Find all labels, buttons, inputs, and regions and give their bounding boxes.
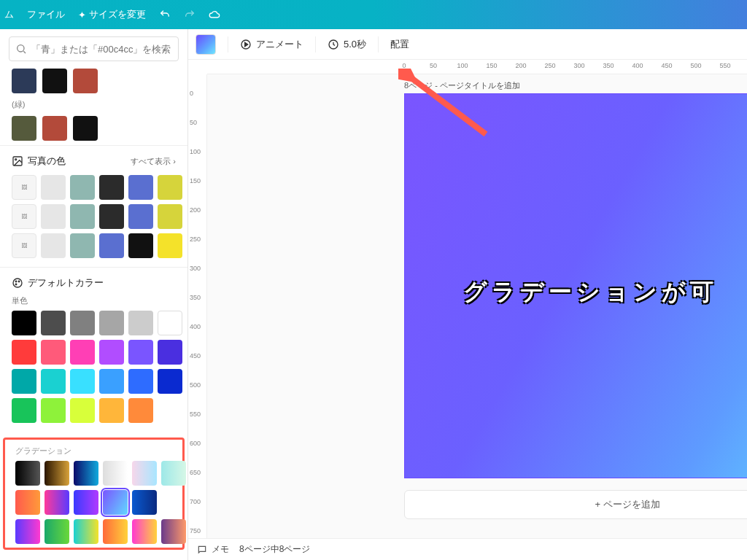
gradient-swatch[interactable] bbox=[15, 519, 40, 544]
current-color-swatch[interactable] bbox=[196, 34, 216, 55]
color-swatch[interactable] bbox=[41, 311, 66, 335]
magic-icon: ✦ bbox=[78, 9, 86, 20]
svg-point-3 bbox=[13, 279, 22, 287]
gradient-swatch[interactable] bbox=[103, 519, 128, 544]
color-swatch[interactable] bbox=[128, 340, 153, 365]
show-all-link[interactable]: すべて表示 › bbox=[131, 156, 176, 167]
color-swatch[interactable] bbox=[70, 233, 95, 258]
page-title[interactable]: 8ページ - ページタイトルを追加 bbox=[404, 80, 520, 91]
gradient-grid bbox=[15, 461, 177, 544]
animate-button[interactable]: アニメート bbox=[240, 38, 303, 51]
color-swatch[interactable] bbox=[70, 204, 95, 229]
gradient-swatch[interactable] bbox=[15, 490, 40, 515]
color-swatch[interactable] bbox=[73, 69, 98, 93]
canvas-text[interactable]: グラデーションが可 bbox=[463, 276, 718, 308]
gradient-swatch[interactable] bbox=[74, 490, 98, 515]
color-swatch[interactable] bbox=[99, 311, 124, 335]
svg-point-2 bbox=[15, 159, 17, 160]
color-swatch[interactable] bbox=[41, 204, 66, 229]
color-swatch[interactable]: 🖼 bbox=[12, 204, 36, 229]
gradient-swatch[interactable] bbox=[103, 461, 128, 486]
color-swatch[interactable] bbox=[158, 311, 182, 335]
redo-button[interactable] bbox=[184, 9, 196, 20]
resize-button[interactable]: ✦サイズを変更 bbox=[78, 8, 146, 21]
gradient-swatch[interactable] bbox=[44, 461, 69, 486]
color-swatch[interactable] bbox=[128, 175, 153, 200]
gradient-swatch[interactable] bbox=[74, 461, 98, 486]
color-swatch[interactable] bbox=[99, 398, 124, 423]
search-input[interactable] bbox=[31, 44, 172, 55]
color-swatch[interactable] bbox=[128, 398, 153, 423]
color-swatch[interactable] bbox=[128, 204, 153, 229]
color-swatch[interactable] bbox=[99, 175, 124, 200]
color-swatch[interactable] bbox=[158, 233, 182, 258]
color-swatch[interactable] bbox=[70, 369, 95, 394]
animate-icon bbox=[240, 39, 252, 50]
color-swatch[interactable] bbox=[99, 340, 124, 365]
duration-button[interactable]: 5.0秒 bbox=[328, 38, 366, 51]
gradient-swatch[interactable] bbox=[132, 519, 157, 544]
gradient-swatch[interactable] bbox=[132, 490, 157, 515]
color-swatch[interactable] bbox=[128, 233, 153, 258]
context-toolbar: アニメート 5.0秒 配置 bbox=[188, 29, 747, 60]
gradient-swatch[interactable] bbox=[15, 461, 40, 486]
color-swatch[interactable] bbox=[12, 340, 36, 365]
main-area: アニメート 5.0秒 配置 05010015020025030035040045… bbox=[188, 29, 747, 560]
gradient-swatch[interactable] bbox=[103, 490, 128, 515]
default-color-grid bbox=[0, 308, 187, 426]
recent-label: (緑) bbox=[0, 98, 187, 112]
color-search[interactable] bbox=[9, 36, 179, 61]
color-swatch[interactable] bbox=[99, 369, 124, 394]
color-swatch[interactable] bbox=[158, 369, 182, 394]
color-swatch[interactable] bbox=[12, 369, 36, 394]
color-swatch[interactable] bbox=[158, 204, 182, 229]
color-swatch[interactable] bbox=[99, 233, 124, 258]
gradient-swatch[interactable] bbox=[161, 461, 186, 486]
ruler-vertical: 0501001502002503003504004505005506006507… bbox=[188, 74, 207, 538]
color-swatch[interactable] bbox=[41, 175, 66, 200]
color-swatch[interactable] bbox=[12, 311, 36, 335]
color-swatch[interactable] bbox=[70, 175, 95, 200]
canvas-area[interactable]: 8ページ - ページタイトルを追加 グラデーションが可 + ページを追加 bbox=[207, 74, 747, 538]
file-menu[interactable]: ファイル bbox=[27, 8, 65, 21]
color-swatch[interactable] bbox=[128, 311, 153, 335]
color-swatch[interactable] bbox=[41, 369, 66, 394]
undo-button[interactable] bbox=[159, 9, 171, 20]
notes-button[interactable]: メモ bbox=[197, 543, 229, 556]
color-swatch[interactable] bbox=[158, 175, 182, 200]
svg-point-6 bbox=[15, 284, 17, 285]
page-counter: 8ページ中8ページ bbox=[239, 543, 310, 556]
gradient-swatch[interactable] bbox=[44, 490, 69, 515]
color-swatch[interactable]: 🖼 bbox=[12, 233, 36, 258]
color-swatch[interactable] bbox=[42, 69, 67, 93]
gradient-swatch[interactable] bbox=[44, 519, 69, 544]
color-swatch[interactable] bbox=[42, 116, 67, 141]
color-swatch[interactable] bbox=[70, 398, 95, 423]
color-swatch[interactable] bbox=[41, 233, 66, 258]
gradient-swatch[interactable] bbox=[132, 461, 157, 486]
color-swatch[interactable] bbox=[73, 116, 98, 141]
position-button[interactable]: 配置 bbox=[390, 38, 409, 51]
color-swatch[interactable] bbox=[158, 340, 182, 365]
color-swatch[interactable]: 🖼 bbox=[12, 175, 36, 200]
top-bar: ム ファイル ✦サイズを変更 bbox=[0, 0, 747, 29]
color-swatch[interactable] bbox=[99, 204, 124, 229]
recent-colors-row bbox=[0, 112, 187, 145]
recent-colors-row bbox=[0, 64, 187, 98]
gradient-swatch[interactable] bbox=[74, 519, 98, 544]
color-swatch[interactable] bbox=[12, 116, 36, 141]
gradient-swatch[interactable] bbox=[161, 519, 186, 544]
color-sidebar: (緑) 写真の色 すべて表示 › 🖼🖼🖼 デフォルトカラー 単色 グラデーション bbox=[0, 29, 188, 560]
cloud-sync-icon[interactable] bbox=[209, 9, 220, 20]
color-swatch[interactable] bbox=[12, 69, 36, 93]
clock-icon bbox=[328, 39, 339, 50]
color-swatch[interactable] bbox=[41, 340, 66, 365]
color-swatch[interactable] bbox=[12, 398, 36, 423]
add-page-button[interactable]: + ページを追加 bbox=[404, 490, 747, 519]
color-swatch[interactable] bbox=[41, 398, 66, 423]
color-swatch[interactable] bbox=[70, 340, 95, 365]
color-swatch[interactable] bbox=[70, 311, 95, 335]
color-swatch[interactable] bbox=[128, 369, 153, 394]
design-canvas[interactable]: グラデーションが可 bbox=[404, 93, 747, 478]
home-button[interactable]: ム bbox=[4, 8, 14, 21]
